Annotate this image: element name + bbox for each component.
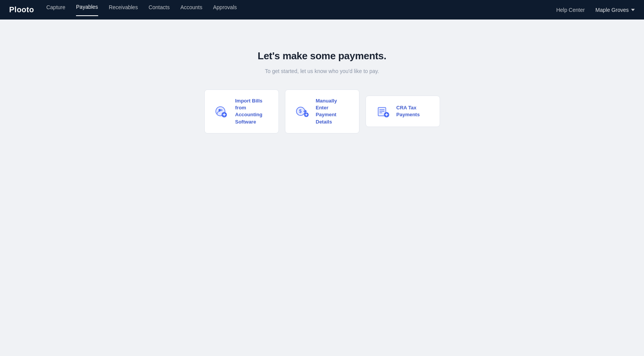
- page-subtitle: To get started, let us know who you'd li…: [265, 68, 379, 74]
- nav-item-approvals[interactable]: Approvals: [213, 4, 237, 16]
- nav-link-payables[interactable]: Payables: [76, 4, 98, 16]
- svg-text:$: $: [299, 109, 302, 114]
- navbar-right: Help Center Maple Groves: [556, 7, 635, 13]
- import-bills-card[interactable]: Import Bills from Accounting Software: [204, 89, 279, 133]
- chevron-down-icon: [631, 9, 635, 11]
- nav-link-accounts[interactable]: Accounts: [180, 4, 202, 16]
- cra-tax-icon: [375, 104, 390, 119]
- manual-enter-card[interactable]: $ Manually Enter Payment Details: [285, 89, 359, 133]
- nav-link-capture[interactable]: Capture: [46, 4, 65, 16]
- nav-link-contacts[interactable]: Contacts: [149, 4, 170, 16]
- navbar-left: Plooto Capture Payables Receivables Cont…: [9, 3, 237, 16]
- nav-item-capture[interactable]: Capture: [46, 4, 65, 16]
- nav-link-receivables[interactable]: Receivables: [109, 4, 138, 16]
- cards-row: Import Bills from Accounting Software $: [204, 89, 440, 133]
- user-menu[interactable]: Maple Groves: [595, 7, 635, 13]
- nav-item-payables[interactable]: Payables: [76, 3, 98, 16]
- cra-tax-card[interactable]: CRA Tax Payments: [366, 96, 440, 127]
- nav-item-accounts[interactable]: Accounts: [180, 4, 202, 16]
- nav-link-approvals[interactable]: Approvals: [213, 4, 237, 16]
- import-bills-label: Import Bills from Accounting Software: [235, 98, 269, 125]
- manual-enter-icon: $: [294, 104, 310, 119]
- nav-item-contacts[interactable]: Contacts: [149, 4, 170, 16]
- page-title: Let's make some payments.: [258, 50, 387, 62]
- import-bills-icon: [214, 104, 229, 119]
- logo[interactable]: Plooto: [9, 5, 34, 14]
- svg-point-2: [218, 109, 221, 111]
- nav-links: Capture Payables Receivables Contacts Ac…: [46, 3, 237, 16]
- cra-tax-label: CRA Tax Payments: [396, 104, 430, 118]
- manual-enter-label: Manually Enter Payment Details: [316, 98, 350, 125]
- svg-point-3: [220, 109, 222, 111]
- user-name: Maple Groves: [595, 7, 629, 13]
- nav-item-receivables[interactable]: Receivables: [109, 4, 138, 16]
- help-center-link[interactable]: Help Center: [556, 7, 585, 13]
- main-content: Let's make some payments. To get started…: [0, 20, 644, 133]
- navbar: Plooto Capture Payables Receivables Cont…: [0, 0, 644, 20]
